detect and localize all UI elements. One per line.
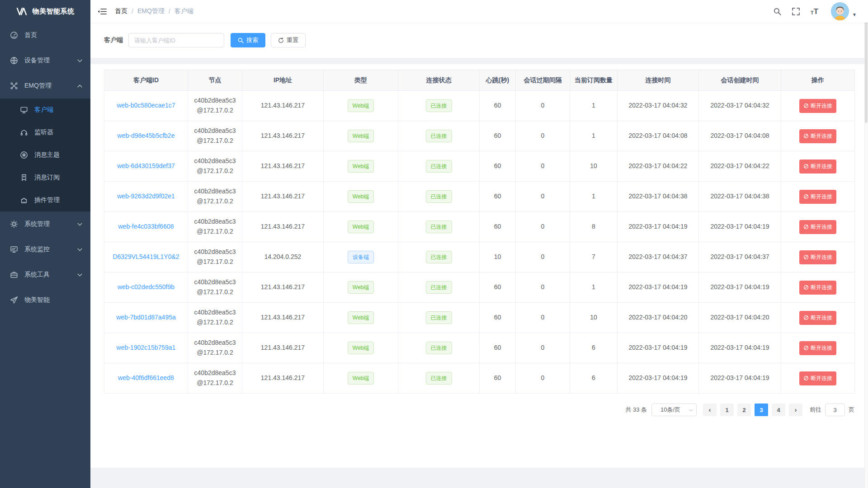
emq-node-icon	[10, 82, 18, 90]
broken-link-icon	[803, 345, 809, 351]
status-badge: 已连接	[426, 221, 452, 233]
client-id-link[interactable]: D6329VL54419L1Y0&2	[113, 253, 179, 260]
app-logo[interactable]: 物美智能系统	[0, 0, 90, 23]
reset-button[interactable]: 重置	[271, 33, 306, 47]
sidebar-item-label: 首页	[24, 31, 37, 39]
monitor-chart-icon	[10, 245, 18, 253]
page-size-select[interactable]: 10条/页	[651, 404, 697, 416]
table-row: web-b0c580ecae1c7c40b2d8ea5c3@172.17.0.2…	[104, 91, 855, 121]
disconnect-button-label: 断开连接	[811, 102, 832, 110]
sidebar-item-clients[interactable]: 客户端	[0, 99, 90, 121]
sidebar-item-label: EMQ管理	[24, 82, 52, 90]
page-button-1[interactable]: 1	[720, 404, 734, 416]
prev-page-button[interactable]: ‹	[703, 404, 717, 416]
type-badge: Web端	[348, 311, 374, 324]
disconnect-button[interactable]: 断开连接	[799, 129, 836, 143]
avatar[interactable]	[831, 2, 849, 20]
client-id-link[interactable]: web-c02dedc550f9b	[118, 283, 175, 291]
ip-cell: 121.43.146.217	[242, 303, 324, 333]
status-badge: 已连接	[426, 281, 452, 294]
type-cell: Web端	[324, 333, 398, 363]
toolbox-icon	[10, 271, 18, 279]
client-id-cell: web-d98e45b5cfb2e	[104, 121, 188, 151]
status-badge: 已连接	[426, 130, 452, 142]
page-button-3[interactable]: 3	[755, 404, 768, 416]
client-id-link[interactable]: web-1902c15b759a1	[117, 344, 176, 351]
created-at-cell: 2022-03-17 04:04:19	[699, 272, 781, 303]
connected-at-cell: 2022-03-17 04:04:22	[618, 151, 699, 182]
client-id-link[interactable]: web-d98e45b5cfb2e	[118, 132, 175, 139]
broken-link-icon	[803, 224, 809, 230]
fullscreen-icon[interactable]	[792, 8, 800, 15]
page-button-4[interactable]: 4	[772, 404, 785, 416]
reset-button-label: 重置	[287, 36, 298, 44]
sidebar-item-system-monitoring[interactable]: 系统监控	[0, 237, 90, 262]
subscriptions-cell: 1	[570, 272, 618, 303]
status-badge: 已连接	[426, 311, 452, 324]
sidebar-item-emq-management[interactable]: EMQ管理	[0, 73, 90, 99]
goto-page: 前往 页	[810, 404, 854, 416]
subscriptions-cell: 10	[570, 303, 618, 333]
page-scrollbar[interactable]	[864, 0, 868, 488]
session-expiry-cell: 0	[516, 121, 570, 151]
ip-cell: 121.43.146.217	[242, 272, 324, 303]
status-badge: 已连接	[426, 190, 452, 203]
disconnect-button[interactable]: 断开连接	[799, 341, 836, 355]
goto-suffix: 页	[849, 406, 854, 414]
client-id-link[interactable]: web-40f6df661eed8	[118, 374, 174, 381]
sidebar-item-label: 消息订阅	[34, 174, 60, 182]
session-expiry-cell: 0	[516, 91, 570, 121]
page-button-2[interactable]: 2	[737, 404, 751, 416]
subscribe-icon	[20, 174, 28, 182]
breadcrumb-item[interactable]: 首页	[115, 7, 127, 15]
font-size-icon[interactable]: TT	[811, 8, 818, 15]
disconnect-button[interactable]: 断开连接	[799, 281, 836, 295]
goto-page-input[interactable]	[825, 404, 845, 416]
disconnect-button[interactable]: 断开连接	[799, 160, 836, 174]
client-id-input[interactable]	[128, 33, 224, 47]
paper-plane-icon	[10, 296, 18, 304]
disconnect-button[interactable]: 断开连接	[799, 99, 836, 113]
node-name: c40b2d8ea5c3	[188, 277, 242, 287]
created-at-cell: 2022-03-17 04:04:22	[699, 151, 781, 182]
sidebar-item-message-subscriptions[interactable]: 消息订阅	[0, 166, 90, 189]
sidebar-item-label: 插件管理	[34, 196, 60, 204]
disconnect-button[interactable]: 断开连接	[799, 311, 836, 325]
node-cell: c40b2d8ea5c3@172.17.0.2	[188, 242, 242, 272]
sidebar-item-label: 客户端	[34, 106, 53, 114]
disconnect-button[interactable]: 断开连接	[799, 220, 836, 234]
client-id-link[interactable]: web-fe4c033bf6608	[118, 223, 174, 230]
sidebar-item-plugin-management[interactable]: 插件管理	[0, 189, 90, 211]
session-expiry-cell: 0	[516, 182, 570, 212]
next-page-button[interactable]: ›	[789, 404, 802, 416]
sidebar-item-listeners[interactable]: 监听器	[0, 121, 90, 144]
client-id-link[interactable]: web-7bd01d87a495a	[116, 314, 176, 321]
search-button[interactable]: 搜索	[231, 33, 265, 47]
search-icon	[238, 38, 244, 43]
disconnect-button[interactable]: 断开连接	[799, 190, 836, 204]
broken-link-icon	[803, 285, 809, 290]
breadcrumb-separator: /	[169, 8, 170, 15]
sidebar-item-wumei-smart[interactable]: 物美智能	[0, 287, 90, 313]
sidebar-item-message-topics[interactable]: 消息主题	[0, 144, 90, 166]
sidebar-item-system-management[interactable]: 系统管理	[0, 211, 90, 237]
sidebar-item-system-tools[interactable]: 系统工具	[0, 262, 90, 287]
sidebar-item-home[interactable]: 首页	[0, 23, 90, 48]
disconnect-button[interactable]: 断开连接	[799, 371, 836, 385]
created-at-cell: 2022-03-17 04:04:32	[699, 91, 781, 121]
client-id-link[interactable]: web-6d430159def37	[117, 162, 175, 169]
table-row: web-c02dedc550f9bc40b2d8ea5c3@172.17.0.2…	[104, 272, 855, 303]
collapse-sidebar-icon[interactable]	[98, 8, 107, 15]
action-cell: 断开连接	[781, 182, 855, 212]
disconnect-button[interactable]: 断开连接	[799, 250, 836, 264]
status-cell: 已连接	[398, 151, 480, 182]
client-id-link[interactable]: web-b0c580ecae1c7	[117, 102, 175, 109]
user-menu[interactable]: ▼	[831, 2, 857, 20]
node-cell: c40b2d8ea5c3@172.17.0.2	[188, 363, 242, 394]
sidebar-item-device-management[interactable]: 设备管理	[0, 48, 90, 73]
client-id-link[interactable]: web-9263d2d9f02e1	[117, 192, 175, 200]
search-icon[interactable]	[774, 8, 781, 15]
navbar-actions: TT ▼	[774, 2, 857, 20]
broken-link-icon	[803, 254, 809, 260]
table-row: web-9263d2d9f02e1c40b2d8ea5c3@172.17.0.2…	[104, 182, 855, 212]
